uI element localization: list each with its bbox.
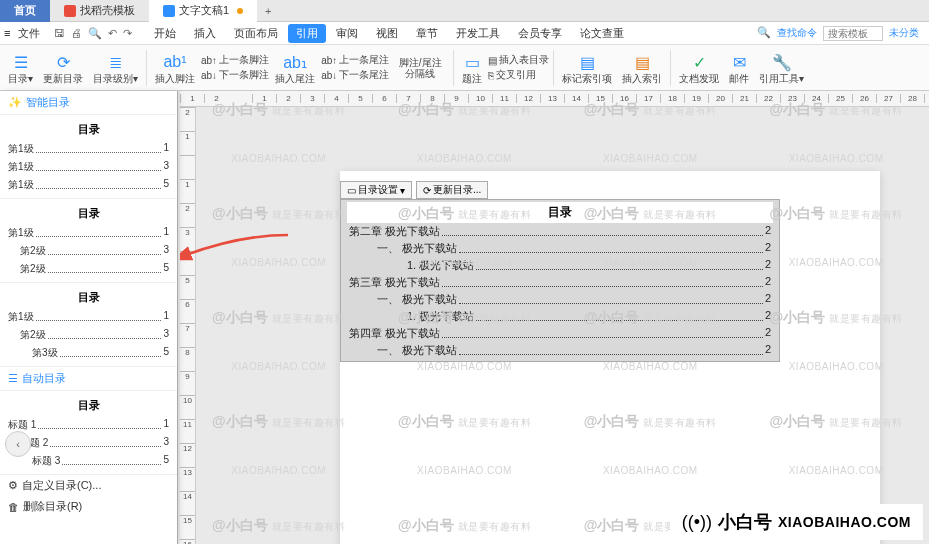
mtab-paper[interactable]: 论文查重 [572,24,632,43]
btn-prev-endnote[interactable]: ab↑上一条尾注 [321,53,389,67]
mtab-view[interactable]: 视图 [368,24,406,43]
doc-toc-line: 一、 极光下载站2 [347,342,773,359]
next-icon: ab↓ [201,70,217,81]
sparkle-icon: ✨ [8,96,22,109]
collapse-panel-button[interactable]: ‹ [5,431,31,457]
add-tab-button[interactable]: + [257,5,279,17]
tab-home[interactable]: 首页 [0,0,50,22]
word-doc-icon [163,5,175,17]
btn-insert-footnote[interactable]: ab¹插入脚注 [151,51,199,84]
index-icon: ▤ [580,51,595,73]
btn-mark-index[interactable]: ▤标记索引项 [558,51,616,84]
toc-title: 目录 [0,119,177,140]
brand-en: XIAOBAIHAO.COM [778,514,911,530]
save-icon[interactable]: 🖫 [54,27,65,40]
btn-prev-footnote[interactable]: ab↑上一条脚注 [201,53,269,67]
ruler-vertical[interactable]: 2112345678910111213141516171819202122232… [180,107,196,544]
mtab-member[interactable]: 会员专享 [510,24,570,43]
mtab-layout[interactable]: 页面布局 [226,24,286,43]
mtab-dev[interactable]: 开发工具 [448,24,508,43]
brand-cn: 小白号 [718,510,772,534]
doc-toc-line: 第四章 极光下载站2 [347,325,773,342]
doc-toc-line: 第二章 极光下载站2 [347,223,773,240]
btn-doc-discover[interactable]: ✓文档发现 [675,51,723,84]
ribbon: ☰目录▾ ⟳更新目录 ≣目录级别▾ ab¹插入脚注 ab↑上一条脚注 ab↓下一… [0,45,929,91]
update-toc-field-button[interactable]: ⟳更新目录... [416,181,488,199]
toc-preset-2[interactable]: 目录 第1级1第2级3第2级5 [0,199,177,283]
refresh-icon: ⟳ [423,185,431,196]
table-icon: ▤ [488,55,497,66]
tools-icon: 🔧 [772,51,792,73]
ruler-horizontal[interactable]: 1212345678910111213141516171819202122232… [180,91,929,107]
caption-icon: ▭ [465,51,480,73]
broadcast-icon: ((•)) [682,512,712,533]
menu-search: 🔍查找命令 未分类 [757,26,925,41]
menu-bar: ≡ 文件 🖫 🖨 🔍 ↶ ↷ 开始 插入 页面布局 引用 审阅 视图 章节 开发… [0,22,929,45]
toc-line: 第1级5 [0,176,177,194]
toc-settings-button[interactable]: ▭目录设置▾ [340,181,412,199]
toc-line: 第2级3 [0,326,177,344]
btn-next-footnote[interactable]: ab↓下一条脚注 [201,68,269,82]
menu-file[interactable]: 文件 [10,26,48,41]
btn-insert-index[interactable]: ▤插入索引 [618,51,666,84]
mtab-start[interactable]: 开始 [146,24,184,43]
template-search-input[interactable] [823,26,883,41]
print-icon[interactable]: 🖨 [71,27,82,40]
smart-toc-header[interactable]: ✨智能目录 [0,91,177,115]
toc-field-toolbar: ▭目录设置▾ ⟳更新目录... [340,181,488,199]
doc-toc-line: 1. 极光下载站2 [347,257,773,274]
tab-template[interactable]: 找稻壳模板 [50,0,149,22]
toc-line: 标题 11 [0,416,177,434]
doc-toc-title: 目录 [347,202,773,223]
mtab-insert[interactable]: 插入 [186,24,224,43]
toc-line: 第2级5 [0,260,177,278]
prev-icon: ab↑ [201,55,217,66]
annotation-arrow-icon [180,231,290,261]
document-page[interactable]: ▭目录设置▾ ⟳更新目录... 目录 第二章 极光下载站2一、 极光下载站21.… [340,171,880,544]
btn-next-endnote[interactable]: ab↓下一条尾注 [321,68,389,82]
toc-preset-3[interactable]: 目录 第1级1第2级3第3级5 [0,283,177,367]
quick-access-toolbar: 🖫 🖨 🔍 ↶ ↷ [48,27,138,40]
btn-fn-en-sep[interactable]: 脚注/尾注分隔线 [391,57,449,79]
toc-level-icon: ≣ [109,51,122,73]
btn-mail[interactable]: ✉邮件 [725,51,753,84]
btn-insert-endnote[interactable]: ab₁插入尾注 [271,51,319,84]
toc-line: 第1级1 [0,224,177,242]
undo-icon[interactable]: ↶ [108,27,117,40]
workspace: 1212345678910111213141516171819202122232… [0,91,929,544]
delete-toc-menu[interactable]: 🗑删除目录(R) [0,496,177,517]
discover-icon: ✓ [693,51,706,73]
menu-tabs: 开始 插入 页面布局 引用 审阅 视图 章节 开发工具 会员专享 论文查重 [146,24,632,43]
btn-cross-ref[interactable]: ⎘交叉引用 [488,68,549,82]
btn-toc-level[interactable]: ≣目录级别▾ [89,51,142,84]
toc-preset-1[interactable]: 目录 第1级1第1级3第1级5 [0,115,177,199]
footnote-icon: ab¹ [163,51,186,73]
custom-toc-menu[interactable]: ⚙自定义目录(C)... [0,475,177,496]
document-toc-field[interactable]: 目录 第二章 极光下载站2一、 极光下载站21. 极光下载站2第三章 极光下载站… [340,199,780,362]
mtab-chapter[interactable]: 章节 [408,24,446,43]
toc-line: 第1级3 [0,158,177,176]
gear-icon: ⚙ [8,479,18,492]
btn-toc[interactable]: ☰目录▾ [4,51,37,84]
find-command-link[interactable]: 查找命令 [777,26,817,41]
doc-toc-line: 1. 极光下载站2 [347,308,773,325]
doc-toc-line: 第三章 极光下载站2 [347,274,773,291]
btn-ref-tools[interactable]: 🔧引用工具▾ [755,51,808,84]
mtab-reference[interactable]: 引用 [288,24,326,43]
btn-insert-toc-table[interactable]: ▤插入表目录 [488,53,549,67]
btn-update-toc[interactable]: ⟳更新目录 [39,51,87,84]
unclassified-link[interactable]: 未分类 [889,26,919,41]
endnote-icon: ab₁ [283,51,307,73]
auto-toc-header: ☰自动目录 [0,367,177,391]
brand-overlay: ((•)) 小白号 XIAOBAIHAO.COM [672,506,921,538]
toc-preset-4[interactable]: 目录 标题 11标题 23标题 35 [0,391,177,475]
preview-icon[interactable]: 🔍 [88,27,102,40]
delete-icon: 🗑 [8,501,19,513]
redo-icon[interactable]: ↷ [123,27,132,40]
mtab-review[interactable]: 审阅 [328,24,366,43]
btn-caption[interactable]: ▭题注 [458,51,486,84]
tab-document[interactable]: 文字文稿1 [149,0,257,22]
toc-dropdown-panel: ✨智能目录 目录 第1级1第1级3第1级5 目录 第1级1第2级3第2级5 目录… [0,91,178,544]
toc-line: 第2级3 [0,242,177,260]
insert-index-icon: ▤ [635,51,650,73]
